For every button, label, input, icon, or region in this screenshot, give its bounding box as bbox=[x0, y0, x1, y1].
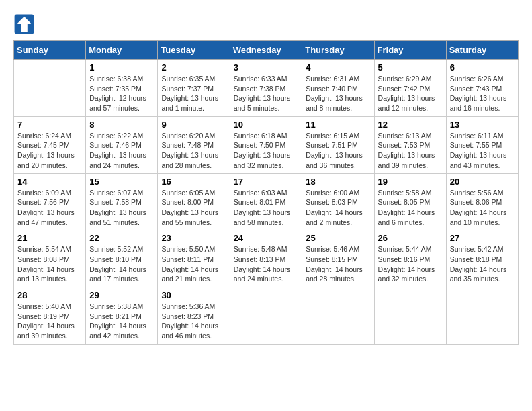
cell-text: Sunrise: 5:56 AM Sunset: 8:06 PM Dayligh… bbox=[450, 189, 507, 226]
calendar-week-row: 21Sunrise: 5:54 AM Sunset: 8:08 PM Dayli… bbox=[14, 230, 519, 287]
calendar-header-saturday: Saturday bbox=[446, 41, 518, 60]
calendar-cell: 25Sunrise: 5:46 AM Sunset: 8:15 PM Dayli… bbox=[302, 230, 374, 287]
day-number: 12 bbox=[378, 120, 443, 130]
calendar-cell: 1Sunrise: 6:38 AM Sunset: 7:35 PM Daylig… bbox=[86, 60, 158, 117]
calendar-cell: 2Sunrise: 6:35 AM Sunset: 7:37 PM Daylig… bbox=[158, 60, 230, 117]
calendar-cell: 23Sunrise: 5:50 AM Sunset: 8:11 PM Dayli… bbox=[158, 230, 230, 287]
cell-text: Sunrise: 5:54 AM Sunset: 8:08 PM Dayligh… bbox=[17, 245, 75, 283]
calendar-week-row: 1Sunrise: 6:38 AM Sunset: 7:35 PM Daylig… bbox=[14, 60, 519, 117]
day-number: 7 bbox=[17, 120, 82, 130]
day-number: 17 bbox=[234, 177, 299, 187]
cell-text: Sunrise: 6:26 AM Sunset: 7:43 PM Dayligh… bbox=[450, 75, 507, 112]
calendar-header-wednesday: Wednesday bbox=[230, 41, 302, 60]
day-number: 29 bbox=[89, 290, 154, 300]
day-number: 2 bbox=[161, 62, 226, 73]
page-header bbox=[13, 13, 519, 35]
calendar-cell: 12Sunrise: 6:13 AM Sunset: 7:53 PM Dayli… bbox=[374, 116, 446, 173]
day-number: 8 bbox=[89, 120, 154, 130]
calendar-cell bbox=[14, 60, 86, 117]
calendar-cell: 19Sunrise: 5:58 AM Sunset: 8:05 PM Dayli… bbox=[374, 173, 446, 230]
day-number: 23 bbox=[161, 233, 226, 243]
calendar-cell: 6Sunrise: 6:26 AM Sunset: 7:43 PM Daylig… bbox=[446, 60, 518, 117]
day-number: 30 bbox=[161, 290, 226, 300]
cell-text: Sunrise: 6:00 AM Sunset: 8:03 PM Dayligh… bbox=[306, 189, 363, 226]
cell-text: Sunrise: 5:40 AM Sunset: 8:19 PM Dayligh… bbox=[17, 302, 75, 340]
calendar-cell: 5Sunrise: 6:29 AM Sunset: 7:42 PM Daylig… bbox=[374, 60, 446, 117]
day-number: 9 bbox=[161, 120, 226, 130]
day-number: 15 bbox=[89, 177, 154, 187]
cell-text: Sunrise: 5:46 AM Sunset: 8:15 PM Dayligh… bbox=[306, 245, 363, 283]
day-number: 20 bbox=[450, 177, 515, 187]
calendar-cell: 27Sunrise: 5:42 AM Sunset: 8:18 PM Dayli… bbox=[446, 230, 518, 287]
calendar-cell: 24Sunrise: 5:48 AM Sunset: 8:13 PM Dayli… bbox=[230, 230, 302, 287]
cell-text: Sunrise: 6:15 AM Sunset: 7:51 PM Dayligh… bbox=[306, 132, 363, 169]
cell-text: Sunrise: 5:38 AM Sunset: 8:21 PM Dayligh… bbox=[89, 302, 146, 340]
calendar-cell: 9Sunrise: 6:20 AM Sunset: 7:48 PM Daylig… bbox=[158, 116, 230, 173]
calendar-cell: 14Sunrise: 6:09 AM Sunset: 7:56 PM Dayli… bbox=[14, 173, 86, 230]
cell-text: Sunrise: 6:24 AM Sunset: 7:45 PM Dayligh… bbox=[17, 132, 75, 169]
calendar-week-row: 14Sunrise: 6:09 AM Sunset: 7:56 PM Dayli… bbox=[14, 173, 519, 230]
day-number: 4 bbox=[306, 62, 370, 73]
calendar-cell: 20Sunrise: 5:56 AM Sunset: 8:06 PM Dayli… bbox=[446, 173, 518, 230]
calendar-cell: 21Sunrise: 5:54 AM Sunset: 8:08 PM Dayli… bbox=[14, 230, 86, 287]
cell-text: Sunrise: 6:20 AM Sunset: 7:48 PM Dayligh… bbox=[161, 132, 218, 169]
calendar-cell bbox=[374, 287, 446, 345]
cell-text: Sunrise: 6:31 AM Sunset: 7:40 PM Dayligh… bbox=[306, 75, 363, 112]
cell-text: Sunrise: 6:22 AM Sunset: 7:46 PM Dayligh… bbox=[89, 132, 146, 169]
calendar-cell: 8Sunrise: 6:22 AM Sunset: 7:46 PM Daylig… bbox=[86, 116, 158, 173]
cell-text: Sunrise: 6:11 AM Sunset: 7:55 PM Dayligh… bbox=[450, 132, 507, 169]
day-number: 10 bbox=[234, 120, 299, 130]
day-number: 1 bbox=[89, 62, 154, 73]
day-number: 11 bbox=[306, 120, 370, 130]
calendar-cell: 29Sunrise: 5:38 AM Sunset: 8:21 PM Dayli… bbox=[86, 287, 158, 345]
cell-text: Sunrise: 5:52 AM Sunset: 8:10 PM Dayligh… bbox=[89, 245, 146, 283]
calendar-cell: 30Sunrise: 5:36 AM Sunset: 8:23 PM Dayli… bbox=[158, 287, 230, 345]
logo-icon bbox=[13, 13, 35, 35]
calendar-cell: 26Sunrise: 5:44 AM Sunset: 8:16 PM Dayli… bbox=[374, 230, 446, 287]
calendar-cell: 3Sunrise: 6:33 AM Sunset: 7:38 PM Daylig… bbox=[230, 60, 302, 117]
cell-text: Sunrise: 6:09 AM Sunset: 7:56 PM Dayligh… bbox=[17, 189, 75, 226]
calendar-cell: 10Sunrise: 6:18 AM Sunset: 7:50 PM Dayli… bbox=[230, 116, 302, 173]
day-number: 24 bbox=[234, 233, 299, 243]
day-number: 16 bbox=[161, 177, 226, 187]
calendar-cell bbox=[302, 287, 374, 345]
logo bbox=[13, 13, 38, 35]
cell-text: Sunrise: 5:36 AM Sunset: 8:23 PM Dayligh… bbox=[161, 302, 218, 340]
cell-text: Sunrise: 5:58 AM Sunset: 8:05 PM Dayligh… bbox=[378, 189, 435, 226]
cell-text: Sunrise: 6:18 AM Sunset: 7:50 PM Dayligh… bbox=[234, 132, 291, 169]
day-number: 14 bbox=[17, 177, 82, 187]
cell-text: Sunrise: 6:13 AM Sunset: 7:53 PM Dayligh… bbox=[378, 132, 435, 169]
calendar-header-friday: Friday bbox=[374, 41, 446, 60]
day-number: 6 bbox=[450, 62, 515, 73]
cell-text: Sunrise: 5:48 AM Sunset: 8:13 PM Dayligh… bbox=[234, 245, 291, 283]
calendar-header-thursday: Thursday bbox=[302, 41, 374, 60]
cell-text: Sunrise: 6:35 AM Sunset: 7:37 PM Dayligh… bbox=[161, 75, 218, 112]
calendar-cell bbox=[446, 287, 518, 345]
calendar-cell: 13Sunrise: 6:11 AM Sunset: 7:55 PM Dayli… bbox=[446, 116, 518, 173]
day-number: 21 bbox=[17, 233, 82, 243]
cell-text: Sunrise: 5:42 AM Sunset: 8:18 PM Dayligh… bbox=[450, 245, 507, 283]
calendar-header-row: SundayMondayTuesdayWednesdayThursdayFrid… bbox=[14, 41, 519, 60]
day-number: 26 bbox=[378, 233, 443, 243]
cell-text: Sunrise: 6:38 AM Sunset: 7:35 PM Dayligh… bbox=[89, 75, 146, 112]
day-number: 13 bbox=[450, 120, 515, 130]
day-number: 25 bbox=[306, 233, 370, 243]
cell-text: Sunrise: 6:33 AM Sunset: 7:38 PM Dayligh… bbox=[234, 75, 291, 112]
day-number: 5 bbox=[378, 62, 443, 73]
day-number: 19 bbox=[378, 177, 443, 187]
calendar-cell: 7Sunrise: 6:24 AM Sunset: 7:45 PM Daylig… bbox=[14, 116, 86, 173]
calendar-week-row: 7Sunrise: 6:24 AM Sunset: 7:45 PM Daylig… bbox=[14, 116, 519, 173]
calendar-header-monday: Monday bbox=[86, 41, 158, 60]
calendar-cell: 28Sunrise: 5:40 AM Sunset: 8:19 PM Dayli… bbox=[14, 287, 86, 345]
cell-text: Sunrise: 6:29 AM Sunset: 7:42 PM Dayligh… bbox=[378, 75, 435, 112]
calendar-header-tuesday: Tuesday bbox=[158, 41, 230, 60]
cell-text: Sunrise: 5:44 AM Sunset: 8:16 PM Dayligh… bbox=[378, 245, 435, 283]
calendar-cell: 11Sunrise: 6:15 AM Sunset: 7:51 PM Dayli… bbox=[302, 116, 374, 173]
calendar-cell: 22Sunrise: 5:52 AM Sunset: 8:10 PM Dayli… bbox=[86, 230, 158, 287]
calendar-header-sunday: Sunday bbox=[14, 41, 86, 60]
day-number: 28 bbox=[17, 290, 82, 300]
calendar-cell: 15Sunrise: 6:07 AM Sunset: 7:58 PM Dayli… bbox=[86, 173, 158, 230]
day-number: 3 bbox=[234, 62, 299, 73]
day-number: 18 bbox=[306, 177, 370, 187]
calendar-table: SundayMondayTuesdayWednesdayThursdayFrid… bbox=[13, 40, 519, 345]
